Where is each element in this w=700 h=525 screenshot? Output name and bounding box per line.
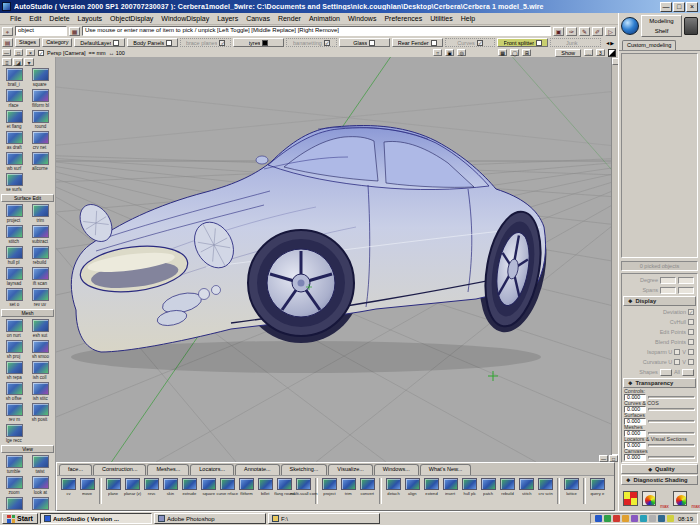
shapes-button[interactable] xyxy=(660,369,672,376)
shelf-tool[interactable]: curve rrface xyxy=(218,478,237,496)
menu-item[interactable]: WindowDisplay xyxy=(157,15,213,22)
palette-tool[interactable]: hull pl xyxy=(1,245,27,266)
tray-icon[interactable] xyxy=(631,515,638,522)
shelf-tool[interactable]: multi-suall corn xyxy=(294,478,313,496)
shelf-tool[interactable]: rebuild xyxy=(498,478,517,496)
menu-item[interactable]: Animation xyxy=(305,15,344,22)
shelf-tool[interactable]: project xyxy=(320,478,339,496)
degree-v-field[interactable] xyxy=(678,277,694,284)
category-button[interactable]: Category xyxy=(42,38,72,47)
pick-object-icon[interactable]: ✑ xyxy=(566,27,577,36)
shelf-tab[interactable]: Windows... xyxy=(374,464,419,475)
tray-icon[interactable] xyxy=(640,515,647,522)
stages-button[interactable]: Stages xyxy=(15,38,40,47)
menu-item[interactable]: ObjectDisplay xyxy=(106,15,157,22)
menu-item[interactable]: Edit xyxy=(25,15,45,22)
layer-item[interactable]: brace planes xyxy=(180,38,231,47)
transparency-value-field[interactable]: 0.000 xyxy=(624,454,646,461)
pick-mode-field[interactable]: object xyxy=(15,26,67,36)
shelf-tool[interactable]: lattice xyxy=(562,478,581,496)
palette-tool[interactable]: lge recc xyxy=(1,423,27,444)
tab-custom-modeling[interactable]: Custom_modeling xyxy=(622,40,676,50)
spans-v-field[interactable] xyxy=(678,287,694,294)
layer-swatch[interactable] xyxy=(536,40,542,46)
user-shading-icon[interactable] xyxy=(623,491,638,506)
palette-tool[interactable]: crv net xyxy=(27,130,53,151)
trash-icon[interactable] xyxy=(684,17,698,35)
curvature-v-checkbox[interactable] xyxy=(688,359,694,365)
minimize-button[interactable]: — xyxy=(660,2,672,12)
menu-item[interactable]: Render xyxy=(274,15,305,22)
diagnostic-section-header[interactable]: ❖ Diagnostic Shading xyxy=(621,475,698,485)
shelf-tab[interactable]: face... xyxy=(59,464,92,475)
shelf-tab[interactable]: Meshes... xyxy=(147,464,189,475)
palette-tool[interactable]: ift scan xyxy=(27,266,53,287)
palette-tool[interactable]: look at xyxy=(27,475,53,496)
modeling-shelf-button[interactable]: Modeling Shelf xyxy=(641,15,682,37)
palette-collapse-icon[interactable]: ▾ xyxy=(24,58,34,66)
background-swatch[interactable] xyxy=(608,49,616,57)
spans-u-field[interactable] xyxy=(660,287,676,294)
palette-tool[interactable]: rev uv xyxy=(27,287,53,308)
title-bar[interactable]: AutoStudio ( Version 2000 SP1 2007072300… xyxy=(0,0,700,13)
cvhull-checkbox[interactable] xyxy=(688,319,694,325)
shelf-tab[interactable]: Construction... xyxy=(93,464,146,475)
shelf-tool[interactable]: cv xyxy=(59,478,78,496)
menu-item[interactable]: Layers xyxy=(213,15,242,22)
shelf-tool[interactable]: flitform xyxy=(237,478,256,496)
tray-icon[interactable] xyxy=(658,515,665,522)
curvature-u-checkbox[interactable] xyxy=(674,359,680,365)
shelf-maximize-button[interactable]: □ xyxy=(609,455,618,462)
menu-item[interactable]: Layouts xyxy=(74,15,107,22)
layer-item[interactable]: Glass xyxy=(339,38,390,47)
layer-item[interactable]: Front splitter xyxy=(497,38,548,47)
degree-u-field[interactable] xyxy=(660,277,676,284)
shelf-tool[interactable]: extend xyxy=(422,478,441,496)
shelf-tool[interactable]: insert xyxy=(441,478,460,496)
menu-item[interactable]: Preferences xyxy=(380,15,426,22)
shelf-tool[interactable]: revc xyxy=(142,478,161,496)
menu-item[interactable]: File xyxy=(6,15,25,22)
tray-icon[interactable] xyxy=(649,515,656,522)
shelf-tab[interactable]: Sketching... xyxy=(281,464,328,475)
shelf-tool[interactable]: patch xyxy=(479,478,498,496)
palette-tool[interactable]: layrsad xyxy=(1,266,27,287)
close-button[interactable]: × xyxy=(686,2,698,12)
custom-shelf-area[interactable] xyxy=(621,53,698,258)
palette-tool[interactable]: allcorne xyxy=(27,151,53,172)
transparency-slider[interactable] xyxy=(648,456,695,459)
viewport-scrollbar[interactable] xyxy=(611,57,618,462)
tray-icon[interactable] xyxy=(604,515,611,522)
shelf-tool[interactable]: planar (z) xyxy=(123,478,142,496)
transparency-slider[interactable] xyxy=(648,396,695,399)
layer-swatch[interactable] xyxy=(262,40,268,46)
palette-tool[interactable]: twist xyxy=(27,454,53,475)
shelf-tool[interactable]: plane xyxy=(104,478,123,496)
blend-points-checkbox[interactable] xyxy=(688,339,694,345)
layer-swatch[interactable] xyxy=(324,40,330,46)
perspective-viewport[interactable] xyxy=(56,57,618,462)
palette-tool[interactable]: subtract xyxy=(27,224,53,245)
grid-icon[interactable]: ▣ xyxy=(553,27,564,36)
layer-swatch[interactable] xyxy=(166,40,172,46)
palette-tool[interactable]: project xyxy=(1,203,27,224)
shelf-tool[interactable]: square xyxy=(199,478,218,496)
layer-item[interactable]: Junk xyxy=(550,38,601,47)
palette-tool[interactable]: round xyxy=(27,109,53,130)
palette-tool[interactable]: fliform bl xyxy=(27,88,53,109)
shelf-tool[interactable]: billet xyxy=(256,478,275,496)
play-icon[interactable]: ▷ xyxy=(605,27,616,36)
view-checkbox[interactable]: ✓ xyxy=(38,50,44,56)
shelf-tab[interactable]: Locators... xyxy=(190,464,234,475)
section-view[interactable]: View xyxy=(1,445,54,453)
image-plane-icon[interactable]: ▣ xyxy=(445,49,454,56)
shade-toggle-icon[interactable]: ▩ xyxy=(498,49,507,56)
layer-swatch[interactable] xyxy=(431,40,437,46)
tray-icon[interactable] xyxy=(667,515,674,522)
palette-tool[interactable]: prev xyxy=(1,496,27,511)
shelf-tool[interactable]: detach xyxy=(384,478,403,496)
palette-tool[interactable]: sh offse xyxy=(1,381,27,402)
layer-swatch[interactable] xyxy=(113,40,119,46)
pick-tool-icon[interactable]: ⌖ xyxy=(2,27,13,36)
section-mesh[interactable]: Mesh xyxy=(1,309,54,317)
